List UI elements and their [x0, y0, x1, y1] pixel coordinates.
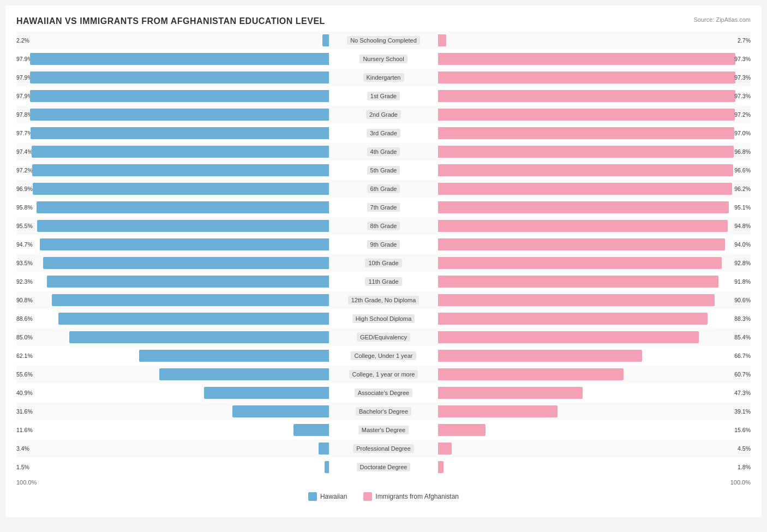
right-section: 97.3%	[438, 50, 751, 68]
right-section: 66.7%	[438, 347, 751, 364]
left-section: 92.3%	[16, 273, 329, 290]
chart-row: 40.9% Associate's Degree 47.3%	[16, 384, 751, 402]
right-bar	[438, 71, 735, 83]
right-bar	[438, 294, 715, 306]
legend-hawaiian: Hawaiian	[308, 492, 347, 501]
chart-row: 97.8% 2nd Grade 97.2%	[16, 106, 751, 123]
right-value: 97.3%	[734, 93, 751, 99]
left-section: 96.9%	[16, 180, 329, 198]
left-value: 90.8%	[16, 297, 33, 303]
left-section: 55.6%	[16, 366, 329, 383]
left-bar	[43, 257, 329, 269]
right-bar	[438, 443, 452, 455]
chart-container: HAWAIIAN VS IMMIGRANTS FROM AFGHANISTAN …	[5, 5, 762, 517]
chart-row: 62.1% College, Under 1 year 66.7%	[16, 347, 751, 364]
right-value: 91.8%	[734, 278, 751, 285]
right-bar	[438, 238, 725, 250]
left-section: 1.5%	[16, 458, 329, 476]
left-value: 55.6%	[16, 371, 33, 378]
chart-row: 88.6% High School Diploma 88.3%	[16, 310, 751, 327]
right-bar	[438, 276, 718, 288]
row-label: High School Diploma	[329, 315, 438, 322]
left-section: 93.5%	[16, 254, 329, 272]
left-section: 88.6%	[16, 310, 329, 327]
right-section: 4.5%	[438, 440, 751, 457]
left-bar	[33, 183, 329, 195]
left-value: 95.8%	[16, 204, 33, 211]
right-section: 90.6%	[438, 291, 751, 309]
axis-right: 100.0%	[438, 479, 751, 486]
row-label: 1st Grade	[329, 93, 438, 99]
right-value: 60.7%	[734, 371, 751, 378]
right-section: 60.7%	[438, 366, 751, 383]
row-label: Master's Degree	[329, 427, 438, 433]
left-section: 97.4%	[16, 143, 329, 160]
row-label: 3rd Grade	[329, 130, 438, 136]
right-section: 96.2%	[438, 180, 751, 198]
row-label: Doctorate Degree	[329, 464, 438, 470]
chart-row: 97.4% 4th Grade 96.8%	[16, 143, 751, 160]
axis-left: 100.0%	[16, 479, 329, 486]
legend: Hawaiian Immigrants from Afghanistan	[16, 492, 751, 501]
right-value: 94.0%	[734, 241, 751, 248]
left-section: 31.6%	[16, 403, 329, 420]
row-label: 4th Grade	[329, 148, 438, 155]
chart-row: 95.5% 8th Grade 94.8%	[16, 217, 751, 235]
right-section: 92.8%	[438, 254, 751, 272]
left-section: 90.8%	[16, 291, 329, 309]
left-bar	[31, 127, 329, 139]
left-bar	[322, 34, 329, 46]
row-label: Nursery School	[329, 56, 438, 62]
row-label: 11th Grade	[329, 278, 438, 285]
chart-row: 11.6% Master's Degree 15.6%	[16, 421, 751, 439]
right-section: 85.4%	[438, 328, 751, 346]
left-bar	[30, 53, 329, 65]
right-value: 97.2%	[734, 111, 751, 118]
right-section: 15.6%	[438, 421, 751, 439]
left-value: 97.4%	[16, 148, 33, 155]
right-bar	[438, 164, 733, 176]
chart-row: 2.2% No Schooling Completed 2.7%	[16, 32, 751, 49]
right-value: 47.3%	[734, 390, 751, 396]
left-bar	[159, 368, 329, 380]
left-bar	[319, 443, 329, 455]
row-label: College, 1 year or more	[329, 371, 438, 378]
chart-row: 97.2% 5th Grade 96.6%	[16, 162, 751, 179]
right-value: 15.6%	[734, 427, 751, 433]
right-bar	[438, 350, 642, 362]
left-bar	[52, 294, 329, 306]
left-bar	[69, 331, 329, 343]
left-section: 3.4%	[16, 440, 329, 457]
right-bar	[438, 127, 734, 139]
left-value: 3.4%	[16, 445, 29, 452]
chart-row: 94.7% 9th Grade 94.0%	[16, 236, 751, 253]
left-bar	[37, 201, 329, 213]
left-bar	[293, 424, 329, 436]
left-section: 40.9%	[16, 384, 329, 402]
left-bar	[37, 220, 329, 232]
right-value: 4.5%	[738, 445, 751, 452]
right-section: 94.0%	[438, 236, 751, 253]
right-value: 2.7%	[738, 37, 751, 44]
left-bar	[30, 109, 329, 121]
right-value: 97.0%	[734, 130, 751, 136]
chart-row: 97.9% 1st Grade 97.3%	[16, 87, 751, 105]
right-section: 47.3%	[438, 384, 751, 402]
left-value: 40.9%	[16, 390, 33, 396]
right-section: 91.8%	[438, 273, 751, 290]
hawaiian-label: Hawaiian	[320, 493, 347, 500]
left-section: 97.7%	[16, 124, 329, 142]
left-value: 62.1%	[16, 352, 33, 359]
hawaiian-color-icon	[308, 492, 317, 501]
row-label: No Schooling Completed	[329, 37, 438, 44]
right-bar	[438, 34, 446, 46]
right-bar	[438, 220, 728, 232]
right-section: 97.3%	[438, 69, 751, 86]
row-label: 7th Grade	[329, 204, 438, 211]
right-value: 1.8%	[738, 464, 751, 470]
axis-labels: 100.0% 100.0%	[16, 479, 751, 486]
right-bar	[438, 146, 734, 158]
right-bar	[438, 405, 558, 417]
chart-row: 96.9% 6th Grade 96.2%	[16, 180, 751, 198]
chart-row: 90.8% 12th Grade, No Diploma 90.6%	[16, 291, 751, 309]
